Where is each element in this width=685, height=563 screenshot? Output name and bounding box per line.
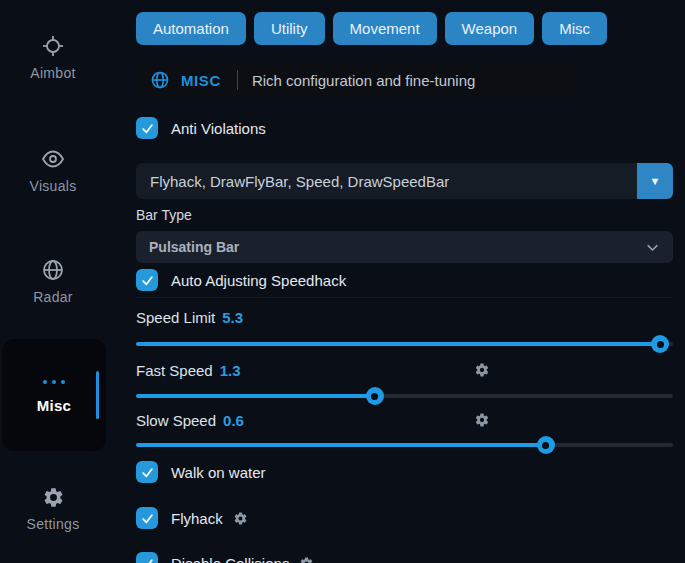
checkbox-auto-adjusting-speedhack[interactable]: Auto Adjusting Speedhack <box>136 269 673 291</box>
checkbox-checked-icon[interactable] <box>136 552 158 563</box>
tab-movement[interactable]: Movement <box>333 12 437 45</box>
speed-limit-row: Speed Limit 5.3 <box>136 308 673 327</box>
checkbox-label: Disable Collisions <box>171 555 289 563</box>
slider-value: 5.3 <box>222 309 243 326</box>
checkbox-label: Walk on water <box>171 464 265 481</box>
sidebar-item-label: Aimbot <box>0 65 106 81</box>
gear-icon[interactable] <box>474 412 490 428</box>
sidebar-item-label: Settings <box>0 516 106 532</box>
checkbox-flyhack[interactable]: Flyhack <box>136 507 673 529</box>
checkbox-anti-violations[interactable]: Anti Violations <box>136 117 673 139</box>
section-title: MISC <box>181 72 221 89</box>
bar-type-label: Bar Type <box>136 207 673 224</box>
gear-icon[interactable] <box>474 362 490 378</box>
checkbox-label: Auto Adjusting Speedhack <box>171 272 346 289</box>
speed-limit-slider[interactable] <box>136 335 673 353</box>
slow-speed-slider[interactable] <box>136 436 673 454</box>
slider-fill <box>136 342 660 346</box>
checkbox-walk-on-water[interactable]: Walk on water <box>136 461 673 483</box>
slider-handle[interactable] <box>537 436 555 454</box>
sidebar-item-label: Visuals <box>0 178 106 194</box>
chevron-down-icon <box>645 240 660 255</box>
crosshair-icon <box>0 33 106 59</box>
cheat-menu-window: Aimbot Visuals Radar Mi <box>0 0 685 563</box>
dropdown-arrow-icon[interactable]: ▼ <box>637 163 673 199</box>
active-indicator <box>96 371 99 419</box>
checkbox-label: Flyhack <box>171 510 223 527</box>
sidebar-item-misc[interactable]: Misc <box>2 339 106 451</box>
checkbox-checked-icon[interactable] <box>136 269 158 291</box>
slider-fill <box>136 394 375 398</box>
slider-handle[interactable] <box>366 387 384 405</box>
header-divider <box>237 70 238 90</box>
globe-icon <box>0 257 106 283</box>
fast-speed-slider[interactable] <box>136 387 673 405</box>
slider-value: 0.6 <box>223 412 244 429</box>
gear-icon[interactable] <box>233 511 248 526</box>
slider-label: Slow Speed <box>136 412 216 429</box>
sidebar-item-settings[interactable]: Settings <box>0 484 106 532</box>
sidebar-item-aimbot[interactable]: Aimbot <box>0 33 106 81</box>
slider-label: Speed Limit <box>136 309 215 326</box>
tab-utility[interactable]: Utility <box>254 12 325 45</box>
section-divider <box>136 297 673 298</box>
sidebar-item-visuals[interactable]: Visuals <box>0 146 106 194</box>
checkbox-checked-icon[interactable] <box>136 461 158 483</box>
sidebar-item-radar[interactable]: Radar <box>0 257 106 305</box>
sidebar: Aimbot Visuals Radar Mi <box>0 0 122 563</box>
section-header: MISC Rich configuration and fine-tuning <box>136 60 576 100</box>
bar-multiselect-value[interactable]: Flyhack, DrawFlyBar, Speed, DrawSpeedBar <box>136 163 637 199</box>
globe-icon <box>150 70 170 90</box>
slider-value: 1.3 <box>220 362 241 379</box>
bar-type-selected-value: Pulsating Bar <box>149 239 239 255</box>
bar-multiselect[interactable]: Flyhack, DrawFlyBar, Speed, DrawSpeedBar… <box>136 163 673 199</box>
checkbox-label: Anti Violations <box>171 120 266 137</box>
slider-fill <box>136 443 546 447</box>
sidebar-item-label: Radar <box>0 289 106 305</box>
slow-speed-row: Slow Speed 0.6 <box>136 411 673 430</box>
slider-handle[interactable] <box>651 335 669 353</box>
checkbox-checked-icon[interactable] <box>136 507 158 529</box>
tab-automation[interactable]: Automation <box>136 12 246 45</box>
checkbox-disable-collisions[interactable]: Disable Collisions <box>136 552 673 563</box>
fast-speed-row: Fast Speed 1.3 <box>136 361 673 380</box>
gear-icon <box>0 484 106 510</box>
tab-misc[interactable]: Misc <box>542 12 607 45</box>
tab-bar: Automation Utility Movement Weapon Misc <box>136 12 673 45</box>
eye-icon <box>0 146 106 172</box>
checkbox-checked-icon[interactable] <box>136 117 158 139</box>
bar-type-select[interactable]: Pulsating Bar <box>136 231 673 263</box>
tab-weapon[interactable]: Weapon <box>445 12 535 45</box>
slider-label: Fast Speed <box>136 362 213 379</box>
ellipsis-icon <box>43 377 65 387</box>
content-panel: Automation Utility Movement Weapon Misc … <box>136 0 673 563</box>
gear-icon[interactable] <box>299 556 314 563</box>
sidebar-item-label: Misc <box>37 397 72 414</box>
section-subtitle: Rich configuration and fine-tuning <box>252 72 475 89</box>
